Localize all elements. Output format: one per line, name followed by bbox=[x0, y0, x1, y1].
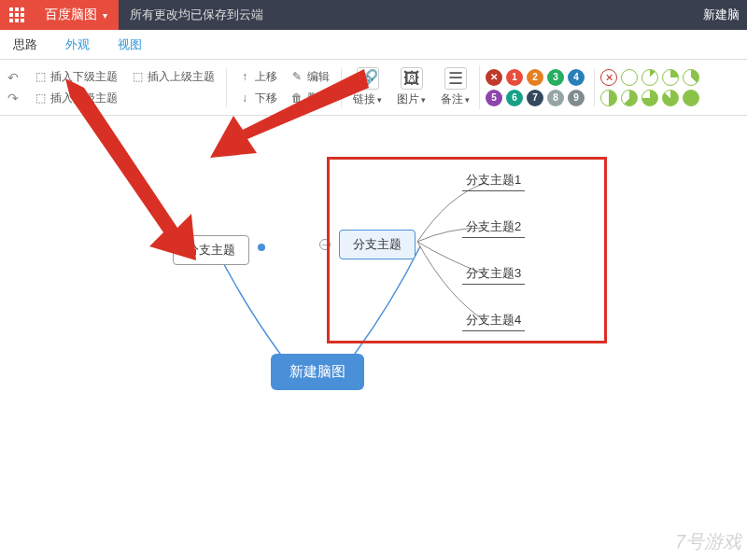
annotation-highlight-box bbox=[327, 157, 607, 343]
priority-badge[interactable]: 7 bbox=[527, 90, 543, 106]
priority-badge[interactable]: 8 bbox=[547, 90, 564, 106]
annotation-arrow bbox=[196, 69, 383, 181]
progress-pie[interactable] bbox=[683, 69, 699, 86]
chevron-down-icon: ▾ bbox=[421, 95, 426, 105]
mindmap-root-node[interactable]: 新建脑图 bbox=[271, 354, 364, 390]
mindmap-canvas[interactable]: 分支主题 分支主题 − 分支主题1 分支主题2 分支主题3 分支主题4 新建脑图… bbox=[0, 116, 747, 560]
brand-dropdown[interactable]: 百度脑图 ▾ bbox=[34, 0, 119, 30]
priority-badge[interactable]: 4 bbox=[568, 69, 585, 86]
apps-grid-icon bbox=[9, 7, 24, 22]
priority-badge[interactable]: 3 bbox=[547, 69, 564, 86]
save-status: 所有更改均已保存到云端 bbox=[119, 7, 275, 23]
priority-badge[interactable]: 1 bbox=[506, 69, 523, 86]
priority-badge[interactable]: 5 bbox=[486, 90, 502, 106]
undo-icon[interactable]: ↶ bbox=[7, 70, 19, 85]
progress-pie[interactable] bbox=[641, 69, 658, 86]
progress-picker: ✕ bbox=[595, 69, 705, 106]
redo-icon[interactable]: ↷ bbox=[7, 91, 19, 105]
progress-pie[interactable] bbox=[662, 90, 679, 106]
progress-pie[interactable] bbox=[683, 90, 699, 106]
svg-marker-0 bbox=[65, 78, 196, 260]
image-icon: 🖼 bbox=[401, 67, 423, 90]
app-header: 百度脑图 ▾ 所有更改均已保存到云端 新建脑 bbox=[0, 0, 747, 30]
chevron-down-icon: ▾ bbox=[465, 95, 470, 105]
priority-badge[interactable]: 9 bbox=[568, 90, 585, 106]
brand-label: 百度脑图 bbox=[45, 7, 97, 23]
watermark: 7号游戏 bbox=[675, 529, 741, 554]
new-file-button[interactable]: 新建脑 bbox=[696, 7, 747, 23]
progress-pie[interactable] bbox=[621, 69, 638, 86]
tab-appearance[interactable]: 外观 bbox=[60, 36, 95, 53]
image-button[interactable]: 🖼 图片▾ bbox=[389, 65, 433, 109]
progress-pie[interactable] bbox=[641, 90, 658, 106]
progress-remove[interactable]: ✕ bbox=[600, 69, 617, 86]
priority-badge[interactable]: 6 bbox=[506, 90, 523, 106]
tab-idea[interactable]: 思路 bbox=[7, 36, 43, 53]
apps-menu-button[interactable] bbox=[0, 0, 34, 30]
priority-badge[interactable]: ✕ bbox=[486, 69, 502, 86]
tab-view[interactable]: 视图 bbox=[112, 36, 148, 53]
note-button[interactable]: ☰ 备注▾ bbox=[433, 65, 480, 109]
priority-picker: ✕1234 56789 bbox=[480, 69, 595, 106]
priority-badge[interactable]: 2 bbox=[527, 69, 543, 86]
undo-redo-group: ↶ ↷ bbox=[7, 70, 26, 105]
svg-marker-1 bbox=[210, 69, 369, 158]
progress-pie[interactable] bbox=[621, 90, 638, 106]
progress-pie[interactable] bbox=[600, 90, 617, 106]
chevron-down-icon: ▾ bbox=[103, 10, 107, 21]
note-icon: ☰ bbox=[444, 67, 467, 90]
main-tabs: 思路 外观 视图 bbox=[0, 30, 747, 60]
progress-pie[interactable] bbox=[662, 69, 679, 86]
node-handle-icon[interactable] bbox=[258, 244, 265, 251]
